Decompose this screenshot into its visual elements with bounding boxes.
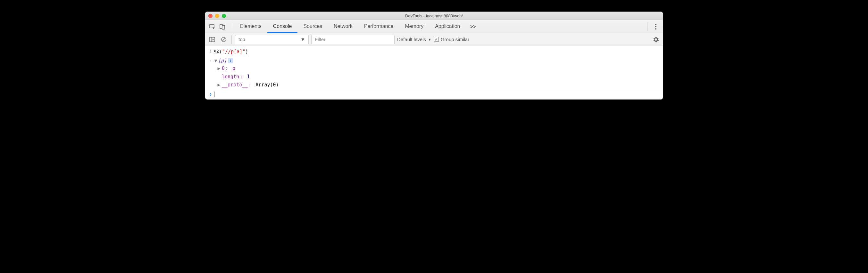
console-input-echo: ❯ $x("//p[a]")	[205, 47, 663, 56]
disclosure-triangle-icon[interactable]: ▼	[214, 57, 218, 64]
context-selector[interactable]: top ▼	[235, 35, 309, 44]
tree-row[interactable]: ▶ __proto__: Array(0)	[217, 81, 279, 89]
disclosure-triangle-icon[interactable]: ▶	[217, 81, 221, 89]
clear-console-icon[interactable]	[219, 35, 228, 44]
output-marker-icon: ‹	[208, 57, 214, 64]
console-settings-icon[interactable]	[651, 35, 660, 44]
more-tabs-button[interactable]	[466, 24, 480, 29]
text-cursor	[214, 91, 214, 97]
group-similar-toggle[interactable]: ✓ Group similar	[434, 37, 469, 42]
info-icon[interactable]: i	[228, 58, 233, 63]
svg-rect-2	[222, 25, 225, 29]
command-text: $x("//p[a]")	[214, 48, 248, 56]
log-levels-selector[interactable]: Default levels ▼	[397, 37, 431, 42]
svg-point-3	[655, 24, 656, 25]
svg-rect-6	[210, 37, 215, 42]
prompt-marker-icon: ❯	[208, 92, 214, 97]
tree-row[interactable]: ▶ 0: p	[217, 64, 279, 73]
tab-console[interactable]: Console	[267, 20, 298, 33]
toggle-sidebar-icon[interactable]	[208, 35, 217, 44]
tab-memory[interactable]: Memory	[399, 20, 429, 33]
log-levels-label: Default levels	[397, 37, 426, 42]
panel-tabs: Elements Console Sources Network Perform…	[234, 20, 466, 33]
tab-performance[interactable]: Performance	[359, 20, 399, 33]
console-toolbar: top ▼ Filter Default levels ▼ ✓ Group si…	[205, 33, 663, 46]
device-toolbar-icon[interactable]	[217, 22, 227, 32]
svg-point-4	[655, 26, 656, 27]
svg-line-9	[222, 38, 225, 41]
console-prompt[interactable]: ❯	[205, 90, 663, 99]
checkbox-icon: ✓	[434, 37, 439, 42]
divider	[647, 23, 648, 31]
console-result[interactable]: ‹ ▼ [p] i ▶ 0: p length: 1 ▶ __proto__: …	[205, 56, 663, 90]
object-tree: ▶ 0: p length: 1 ▶ __proto__: Array(0)	[208, 64, 279, 89]
context-selector-value: top	[239, 37, 245, 42]
input-marker-icon: ❯	[208, 48, 214, 55]
console-output: ❯ $x("//p[a]") ‹ ▼ [p] i ▶ 0: p length: …	[205, 46, 663, 99]
divider	[231, 23, 231, 31]
tab-network[interactable]: Network	[328, 20, 359, 33]
titlebar: DevTools - localhost:8080/web/	[205, 12, 663, 20]
tab-sources[interactable]: Sources	[298, 20, 328, 33]
tab-application[interactable]: Application	[429, 20, 466, 33]
filter-placeholder: Filter	[315, 37, 326, 42]
divider	[231, 35, 232, 44]
svg-point-5	[655, 28, 656, 30]
tab-elements[interactable]: Elements	[234, 20, 267, 33]
devtools-window: DevTools - localhost:8080/web/ Elements …	[205, 11, 663, 100]
filter-input[interactable]: Filter	[311, 35, 395, 44]
window-title: DevTools - localhost:8080/web/	[205, 13, 663, 18]
chevron-down-icon: ▼	[300, 37, 305, 42]
chevron-down-icon: ▼	[428, 37, 431, 42]
tree-row[interactable]: length: 1	[217, 73, 279, 81]
tabbar: Elements Console Sources Network Perform…	[205, 20, 663, 33]
inspect-element-icon[interactable]	[207, 22, 217, 32]
group-similar-label: Group similar	[441, 37, 469, 42]
disclosure-triangle-icon[interactable]: ▶	[217, 64, 221, 73]
customize-menu-button[interactable]	[651, 23, 661, 30]
result-summary[interactable]: [p]	[218, 57, 227, 64]
